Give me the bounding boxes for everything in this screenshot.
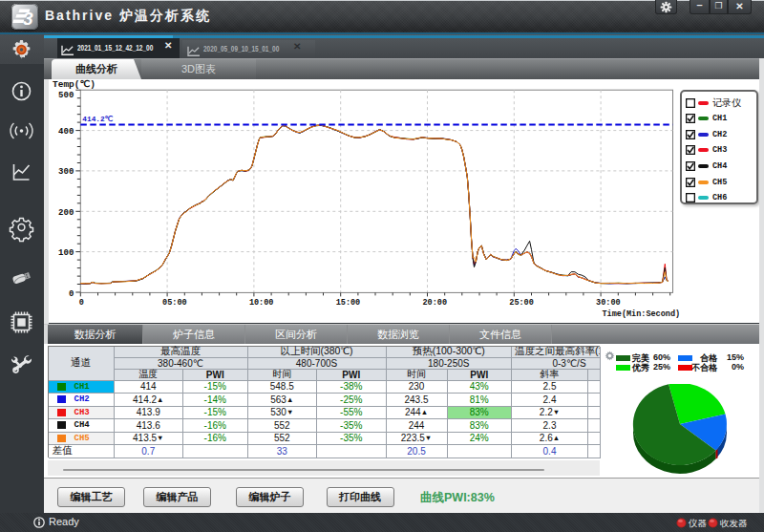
svg-text:200: 200	[58, 208, 74, 218]
svg-text:414.2℃: 414.2℃	[82, 116, 113, 123]
svg-text:500: 500	[58, 91, 74, 100]
svg-text:0: 0	[79, 298, 84, 308]
svg-text:20:00: 20:00	[423, 298, 448, 308]
svg-text:100: 100	[58, 248, 74, 258]
svg-text:10:00: 10:00	[249, 298, 274, 308]
svg-text:Temp(℃): Temp(℃)	[53, 79, 96, 90]
svg-text:400: 400	[58, 127, 74, 137]
svg-text:25:00: 25:00	[509, 298, 534, 308]
svg-text:Time(Min:Second): Time(Min:Second)	[603, 309, 681, 319]
svg-text:05:00: 05:00	[162, 298, 187, 308]
svg-text:300: 300	[58, 167, 74, 177]
svg-text:0: 0	[69, 289, 74, 299]
svg-text:15:00: 15:00	[336, 298, 361, 308]
svg-text:30:00: 30:00	[596, 298, 621, 308]
